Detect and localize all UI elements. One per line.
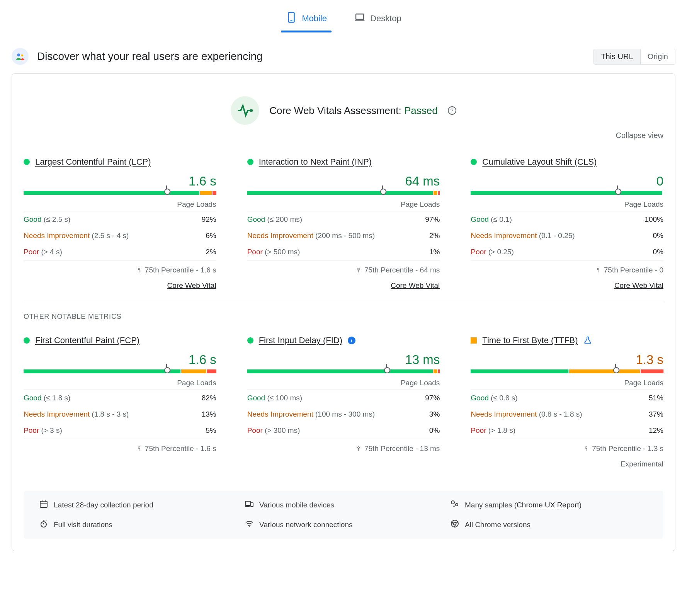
- percentile-row: 75th Percentile - 64 ms: [247, 266, 440, 274]
- dist-ni-pct: 13%: [202, 410, 216, 419]
- metric-name-link[interactable]: Largest Contentful Paint (LCP): [35, 157, 151, 167]
- stopwatch-icon: [39, 519, 48, 530]
- distribution-bar: [24, 191, 216, 195]
- percentile-row: 75th Percentile - 1.6 s: [24, 266, 216, 274]
- page-loads-label: Page Loads: [471, 200, 663, 209]
- dist-good-pct: 97%: [425, 394, 440, 402]
- percentile-marker: [382, 185, 383, 189]
- metric-fcp: First Contentful Paint (FCP)1.6 sPage Lo…: [24, 335, 216, 468]
- users-icon: [12, 48, 29, 65]
- footer-period: Latest 28-day collection period: [54, 501, 153, 509]
- collapse-view-link[interactable]: Collapse view: [616, 131, 663, 140]
- metric-name-link[interactable]: First Input Delay (FID): [259, 335, 342, 345]
- page-loads-label: Page Loads: [24, 379, 216, 387]
- dist-ni-pct: 37%: [649, 410, 663, 419]
- vitals-panel: Core Web Vitals Assessment: Passed ? Col…: [12, 73, 675, 551]
- tab-mobile[interactable]: Mobile: [283, 7, 329, 32]
- metric-ttfb: Time to First Byte (TTFB)1.3 sPage Loads…: [471, 335, 663, 468]
- metric-value: 0: [471, 174, 663, 189]
- metric-name-link[interactable]: Cumulative Layout Shift (CLS): [482, 157, 597, 167]
- page-loads-label: Page Loads: [247, 200, 440, 209]
- status-indicator: [471, 159, 477, 165]
- distribution-bar: [471, 191, 663, 195]
- dist-poor: Poor (> 500 ms): [247, 248, 300, 256]
- distribution-bar: [247, 191, 440, 195]
- percentile-marker: [617, 185, 618, 189]
- footer-samples: Many samples (Chrome UX Report): [465, 501, 582, 509]
- metric-value: 1.6 s: [24, 352, 216, 367]
- percentile-marker: [166, 185, 167, 189]
- metric-value: 64 ms: [247, 174, 440, 189]
- dist-ni-pct: 3%: [429, 410, 440, 419]
- status-indicator: [471, 337, 477, 344]
- dist-good: Good (≤ 200 ms): [247, 215, 302, 224]
- metric-value: 13 ms: [247, 352, 440, 367]
- footer-versions: All Chrome versions: [465, 521, 531, 529]
- help-icon[interactable]: ?: [448, 106, 456, 115]
- pin-icon: [136, 267, 142, 273]
- metric-fid: First Input Delay (FID)i13 msPage LoadsG…: [247, 335, 440, 468]
- wifi-icon: [245, 519, 254, 530]
- scope-segment: This URL Origin: [593, 49, 675, 65]
- metric-name-link[interactable]: Time to First Byte (TTFB): [482, 335, 578, 345]
- status-indicator: [24, 159, 30, 165]
- status-indicator: [247, 337, 253, 344]
- dist-ni: Needs Improvement (1.8 s - 3 s): [24, 410, 129, 419]
- phone-icon: [286, 12, 297, 26]
- scope-origin[interactable]: Origin: [640, 49, 675, 64]
- devices-icon: [245, 499, 254, 510]
- core-web-vital-link[interactable]: Core Web Vital: [167, 281, 216, 289]
- footer-networks: Various network connections: [259, 521, 353, 529]
- distribution-bar: [247, 369, 440, 373]
- experimental-label: Experimental: [471, 460, 663, 468]
- dist-ni: Needs Improvement (200 ms - 500 ms): [247, 231, 375, 240]
- dist-good-pct: 51%: [649, 394, 663, 402]
- metric-name-link[interactable]: Interaction to Next Paint (INP): [259, 157, 372, 167]
- percentile-row: 75th Percentile - 13 ms: [247, 444, 440, 453]
- metric-inp: Interaction to Next Paint (INP)64 msPage…: [247, 157, 440, 290]
- pulse-icon: [231, 96, 259, 125]
- dist-poor-pct: 0%: [429, 426, 440, 435]
- distribution-bar: [24, 369, 216, 373]
- dist-ni-pct: 2%: [429, 231, 440, 240]
- crux-report-link[interactable]: Chrome UX Report: [517, 501, 579, 509]
- scope-this-url[interactable]: This URL: [594, 49, 640, 64]
- footer-devices: Various mobile devices: [259, 501, 334, 509]
- flask-icon[interactable]: [583, 336, 592, 345]
- metric-cls: Cumulative Layout Shift (CLS)0Page Loads…: [471, 157, 663, 290]
- info-icon[interactable]: i: [348, 337, 355, 344]
- pin-icon: [583, 446, 589, 451]
- tab-mobile-label: Mobile: [302, 14, 327, 24]
- metric-value: 1.3 s: [471, 352, 663, 367]
- metric-name-link[interactable]: First Contentful Paint (FCP): [35, 335, 139, 345]
- dist-poor: Poor (> 4 s): [24, 248, 62, 256]
- distribution-bar: [471, 369, 663, 373]
- dist-good: Good (≤ 0.1): [471, 215, 512, 224]
- percentile-marker: [386, 364, 387, 368]
- footer-box: Latest 28-day collection period Various …: [24, 491, 663, 539]
- dist-poor-pct: 12%: [649, 426, 663, 435]
- pin-icon: [136, 446, 142, 451]
- other-metrics-heading: OTHER NOTABLE METRICS: [12, 301, 675, 321]
- page-loads-label: Page Loads: [24, 200, 216, 209]
- dist-poor-pct: 1%: [429, 248, 440, 256]
- core-web-vital-link[interactable]: Core Web Vital: [614, 281, 663, 289]
- dist-ni: Needs Improvement (0.8 s - 1.8 s): [471, 410, 582, 419]
- page-loads-label: Page Loads: [247, 379, 440, 387]
- dist-good: Good (≤ 1.8 s): [24, 394, 70, 402]
- dist-poor-pct: 0%: [653, 248, 663, 256]
- tab-desktop[interactable]: Desktop: [352, 7, 404, 32]
- dist-ni: Needs Improvement (2.5 s - 4 s): [24, 231, 129, 240]
- status-indicator: [247, 159, 253, 165]
- dist-ni-pct: 0%: [653, 231, 663, 240]
- percentile-row: 75th Percentile - 1.3 s: [471, 444, 663, 453]
- dist-ni: Needs Improvement (0.1 - 0.25): [471, 231, 575, 240]
- tab-desktop-label: Desktop: [370, 14, 401, 24]
- status-indicator: [24, 337, 30, 344]
- core-web-vital-link[interactable]: Core Web Vital: [391, 281, 440, 289]
- percentile-marker: [615, 364, 616, 368]
- footer-durations: Full visit durations: [54, 521, 112, 529]
- dist-poor: Poor (> 3 s): [24, 426, 62, 435]
- dist-good-pct: 92%: [202, 215, 216, 224]
- percentile-row: 75th Percentile - 1.6 s: [24, 444, 216, 453]
